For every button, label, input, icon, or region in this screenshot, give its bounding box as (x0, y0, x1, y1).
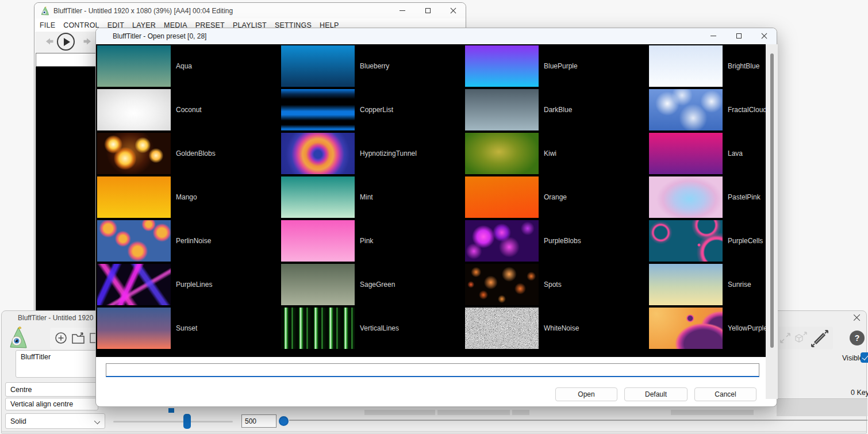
preset-item-purplelines[interactable]: PurpleLines (97, 264, 281, 305)
preset-item-sunset[interactable]: Sunset (97, 308, 281, 349)
preset-thumbnail[interactable] (97, 220, 171, 262)
preset-item-mint[interactable]: Mint (281, 176, 465, 218)
time-slider-thumb[interactable] (279, 416, 289, 426)
preset-thumbnail[interactable] (649, 264, 723, 305)
preset-thumbnail[interactable] (649, 308, 723, 349)
preset-thumbnail[interactable] (281, 89, 355, 130)
preset-thumbnail[interactable] (97, 176, 171, 218)
preset-thumbnail[interactable] (465, 220, 539, 262)
preset-thumbnail[interactable] (97, 45, 171, 87)
next-button[interactable] (82, 36, 93, 47)
preset-item-purpleblobs[interactable]: PurpleBlobs (465, 220, 649, 262)
main-minimize-button[interactable] (390, 3, 415, 18)
preset-thumbnail[interactable] (465, 89, 539, 130)
preset-item-darkblue[interactable]: DarkBlue (465, 89, 649, 130)
preset-thumbnail[interactable] (465, 264, 539, 305)
timeline-segment[interactable] (437, 410, 510, 415)
size-slider-thumb[interactable] (183, 414, 191, 429)
preset-thumbnail[interactable] (465, 133, 539, 174)
preset-item-pink[interactable]: Pink (281, 220, 465, 262)
preset-scrollbar[interactable] (766, 44, 778, 399)
position-combo[interactable]: Centre (5, 382, 98, 397)
main-titlebar[interactable]: BluffTitler - Untitled 1920 x 1080 (39%)… (34, 3, 466, 18)
preset-item-pastelpink[interactable]: PastelPink (649, 176, 766, 218)
preset-item-bluepurple[interactable]: BluePurple (465, 45, 649, 87)
main-maximize-button[interactable] (415, 3, 440, 18)
preset-item-verticallines[interactable]: VerticalLines (281, 308, 465, 349)
preset-thumbnail[interactable] (465, 45, 539, 87)
preset-thumbnail[interactable] (97, 133, 171, 174)
preset-item-whitenoise[interactable]: WhiteNoise (465, 308, 649, 349)
preset-thumbnail[interactable] (281, 133, 355, 174)
menu-file[interactable]: FILE (40, 21, 55, 29)
size-value-input[interactable] (241, 414, 276, 428)
timeline-segment[interactable] (364, 410, 435, 415)
preset-item-fractalcloud[interactable]: FractalCloud (649, 89, 766, 130)
properties-close-button[interactable] (853, 313, 861, 321)
preset-item-hypnotizingtunnel[interactable]: HypnotizingTunnel (281, 133, 465, 174)
scrollbar-thumb[interactable] (770, 53, 774, 348)
size-slider-track[interactable] (113, 421, 233, 423)
timeline-segment[interactable] (512, 410, 529, 415)
transform-toolbar (777, 327, 833, 349)
expand-arrows-icon[interactable] (779, 332, 792, 344)
preset-thumbnail[interactable] (281, 264, 355, 305)
preset-thumbnail[interactable] (649, 45, 723, 87)
preset-thumbnail[interactable] (281, 308, 355, 349)
time-slider-track[interactable] (289, 420, 867, 421)
previous-button[interactable] (44, 36, 55, 47)
preset-thumbnail[interactable] (649, 133, 723, 174)
valign-combo[interactable]: Vertical align centre (5, 398, 98, 410)
preset-item-brightblue[interactable]: BrightBlue (649, 45, 766, 87)
add-layer-icon[interactable] (55, 332, 67, 344)
visible-checkbox[interactable] (861, 352, 868, 363)
preset-thumbnail[interactable] (649, 89, 723, 130)
preset-item-coconut[interactable]: Coconut (97, 89, 281, 130)
preset-item-kiwi[interactable]: Kiwi (465, 133, 649, 174)
preset-item-orange[interactable]: Orange (465, 176, 649, 218)
preset-item-mango[interactable]: Mango (97, 176, 281, 218)
preset-item-blueberry[interactable]: Blueberry (281, 45, 465, 87)
preset-thumbnail[interactable] (465, 308, 539, 349)
timeline-marker[interactable] (168, 408, 174, 413)
help-button[interactable]: ? (850, 331, 865, 345)
dialog-close-button[interactable] (751, 28, 777, 44)
preset-thumbnail[interactable] (97, 308, 171, 349)
preset-thumbnail[interactable] (649, 220, 723, 262)
preset-item-perlinnoise[interactable]: PerlinNoise (97, 220, 281, 262)
layer-text-editor[interactable]: BluffTitler (16, 350, 99, 378)
preset-item-purplecells[interactable]: PurpleCells (649, 220, 766, 262)
preset-thumbnail[interactable] (649, 176, 723, 218)
preset-thumbnail[interactable] (281, 45, 355, 87)
cancel-button[interactable]: Cancel (694, 387, 756, 401)
preset-item-yellowpurpleblobs[interactable]: YellowPurpleBlobs (649, 308, 766, 349)
open-media-icon[interactable] (71, 332, 87, 345)
play-button[interactable] (57, 33, 75, 51)
menu-control[interactable]: CONTROL (63, 21, 99, 29)
preset-item-sagegreen[interactable]: SageGreen (281, 264, 465, 305)
preset-item-sunrise[interactable]: Sunrise (649, 264, 766, 305)
preset-label: CopperList (360, 106, 393, 114)
preset-item-aqua[interactable]: Aqua (97, 45, 281, 87)
dialog-maximize-button[interactable] (726, 28, 751, 44)
preset-item-goldenblobs[interactable]: GoldenBlobs (97, 133, 281, 174)
timeline-segment[interactable] (671, 410, 754, 415)
preset-thumbnail[interactable] (97, 264, 171, 305)
preset-item-copperlist[interactable]: CopperList (281, 89, 465, 130)
preset-thumbnail[interactable] (465, 176, 539, 218)
preset-thumbnail[interactable] (281, 220, 355, 262)
open-button[interactable]: Open (555, 387, 617, 401)
dialog-titlebar[interactable]: BluffTitler - Open preset [0, 28] (96, 28, 777, 44)
preset-thumbnail[interactable] (281, 176, 355, 218)
style-combo[interactable]: Solid (5, 413, 105, 429)
dialog-minimize-button[interactable] (701, 28, 726, 44)
preset-thumbnail[interactable] (97, 89, 171, 130)
default-button[interactable]: Default (624, 387, 688, 401)
timeline-track-right[interactable] (777, 398, 867, 416)
preset-filter-input[interactable] (106, 363, 759, 377)
cube-scale-icon[interactable] (793, 331, 808, 345)
preset-item-lava[interactable]: Lava (649, 133, 766, 174)
main-close-button[interactable] (440, 3, 466, 18)
preset-item-spots[interactable]: Spots (465, 264, 649, 305)
scale-tool-icon[interactable] (810, 329, 829, 348)
